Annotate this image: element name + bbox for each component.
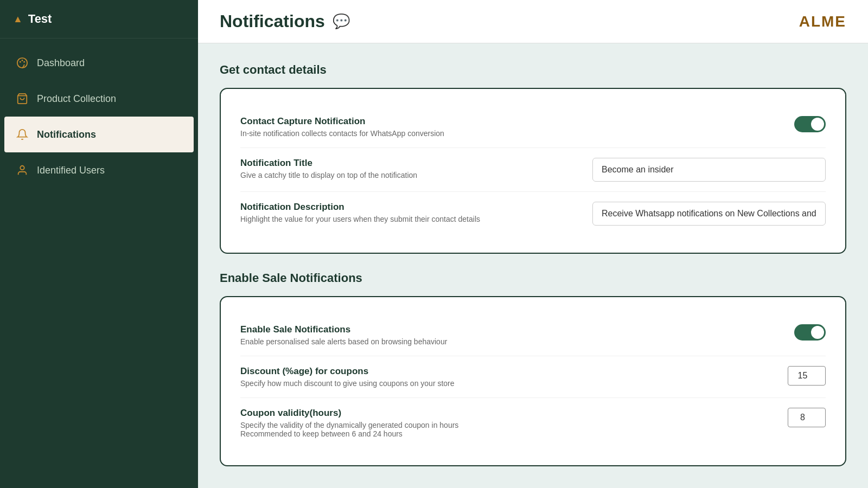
- discount-label: Discount (%age) for coupons: [240, 366, 761, 377]
- page-header: Notifications 💬 ALME: [198, 0, 868, 43]
- enable-sale-info: Enable Sale Notifications Enable persona…: [240, 324, 598, 346]
- main-content: Notifications 💬 ALME Get contact details…: [198, 0, 868, 488]
- discount-input[interactable]: [788, 366, 826, 386]
- brand-name: Test: [28, 12, 52, 26]
- sale-notifications-card: Enable Sale Notifications Enable persona…: [220, 296, 846, 466]
- sidebar-navigation: Dashboard Product Collection Notifica: [0, 38, 198, 195]
- notifications-header-icon: 💬: [333, 13, 350, 30]
- contact-capture-info: Contact Capture Notification In-site not…: [240, 116, 598, 138]
- product-collection-icon: [15, 92, 29, 106]
- sidebar-item-notifications[interactable]: Notifications: [4, 117, 194, 152]
- dashboard-icon: [15, 56, 29, 70]
- contact-capture-desc: In-site notification collects contacts f…: [240, 129, 598, 138]
- notifications-icon: [15, 127, 29, 142]
- page-title: Notifications: [220, 11, 325, 31]
- notification-description-row: Notification Description Highlight the v…: [240, 192, 826, 235]
- alme-logo: ALME: [799, 13, 846, 30]
- identified-users-icon: [15, 163, 29, 177]
- identified-users-label: Identified Users: [37, 165, 105, 176]
- sidebar-brand: ▲ Test: [0, 0, 198, 38]
- svg-point-3: [23, 61, 25, 63]
- enable-sale-desc: Enable personalised sale alerts based on…: [240, 337, 598, 346]
- contact-capture-row: Contact Capture Notification In-site not…: [240, 106, 826, 148]
- discount-control: [761, 366, 826, 386]
- svg-point-1: [20, 61, 21, 63]
- notification-description-info: Notification Description Highlight the v…: [240, 202, 592, 223]
- get-contact-card: Contact Capture Notification In-site not…: [220, 88, 846, 254]
- coupon-validity-row: Coupon validity(hours) Specify the valid…: [240, 398, 826, 448]
- coupon-validity-label: Coupon validity(hours): [240, 408, 761, 419]
- page-content: Get contact details Contact Capture Noti…: [198, 43, 868, 488]
- notification-title-info: Notification Title Give a catchy title t…: [240, 158, 592, 179]
- dashboard-label: Dashboard: [37, 57, 85, 69]
- coupon-validity-desc: Specify the validity of the dynamically …: [240, 421, 761, 438]
- enable-sale-control: [598, 324, 826, 341]
- notifications-label: Notifications: [37, 129, 96, 140]
- notification-description-input[interactable]: [592, 202, 826, 226]
- product-collection-label: Product Collection: [37, 93, 116, 105]
- section-title-sale-notifications: Enable Sale Notifications: [220, 271, 846, 285]
- notification-title-input[interactable]: [592, 158, 826, 182]
- notification-title-control: [592, 158, 826, 182]
- enable-sale-toggle[interactable]: [794, 324, 826, 341]
- notification-description-control: [592, 202, 826, 226]
- svg-point-2: [22, 60, 23, 61]
- section-title-get-contact: Get contact details: [220, 63, 846, 77]
- sidebar-item-product-collection[interactable]: Product Collection: [0, 81, 198, 117]
- coupon-validity-control: [761, 408, 826, 427]
- notification-title-desc: Give a catchy title to display on top of…: [240, 171, 592, 179]
- sidebar-item-identified-users[interactable]: Identified Users: [0, 152, 198, 188]
- enable-sale-label: Enable Sale Notifications: [240, 324, 598, 335]
- discount-info: Discount (%age) for coupons Specify how …: [240, 366, 761, 388]
- contact-capture-toggle[interactable]: [794, 116, 826, 132]
- discount-desc: Specify how much discount to give using …: [240, 379, 761, 388]
- enable-sale-slider: [794, 324, 826, 341]
- contact-capture-slider: [794, 116, 826, 132]
- svg-point-0: [17, 58, 27, 68]
- svg-point-5: [20, 166, 24, 170]
- brand-icon: ▲: [13, 14, 23, 25]
- coupon-validity-input[interactable]: [788, 408, 826, 427]
- enable-sale-row: Enable Sale Notifications Enable persona…: [240, 314, 826, 356]
- coupon-validity-info: Coupon validity(hours) Specify the valid…: [240, 408, 761, 438]
- notification-description-desc: Highlight the value for your users when …: [240, 215, 592, 223]
- notification-title-label: Notification Title: [240, 158, 592, 169]
- notification-description-label: Notification Description: [240, 202, 592, 213]
- contact-capture-label: Contact Capture Notification: [240, 116, 598, 127]
- discount-row: Discount (%age) for coupons Specify how …: [240, 356, 826, 398]
- sidebar-item-dashboard[interactable]: Dashboard: [0, 45, 198, 81]
- sidebar: ▲ Test Dashboard: [0, 0, 198, 488]
- contact-capture-control: [598, 116, 826, 132]
- notification-title-row: Notification Title Give a catchy title t…: [240, 148, 826, 192]
- header-left: Notifications 💬: [220, 11, 350, 31]
